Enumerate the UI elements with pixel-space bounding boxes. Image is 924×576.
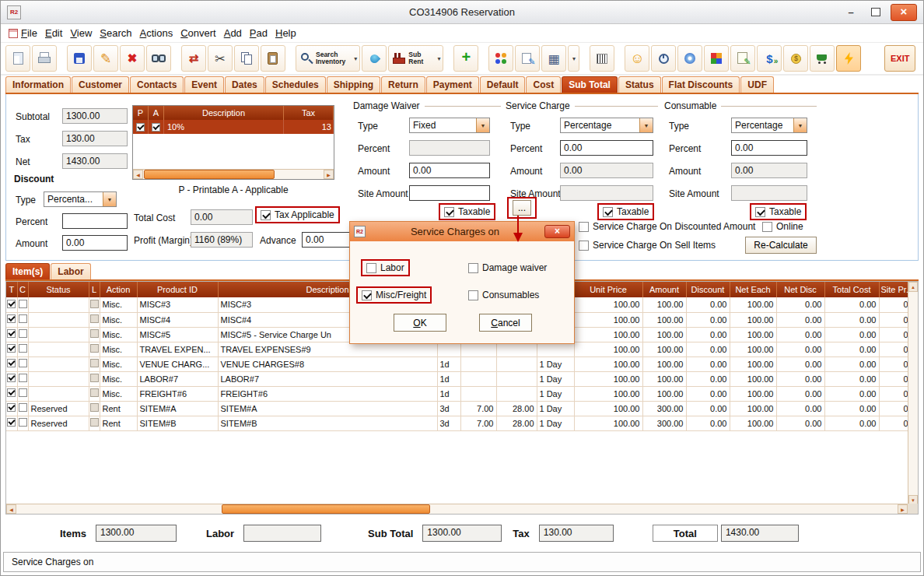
l-checkbox[interactable] (90, 344, 99, 353)
cut-button[interactable] (208, 45, 233, 72)
l-checkbox[interactable] (90, 314, 99, 323)
discount-type-dropdown[interactable]: Percenta... (44, 191, 117, 207)
dialog-checkbox-consumables[interactable]: Consumables (468, 290, 539, 300)
tab-item-s-[interactable]: Item(s) (5, 263, 50, 279)
tab-default[interactable]: Default (480, 76, 526, 93)
c-checkbox[interactable] (19, 359, 27, 367)
menu-file[interactable]: File (7, 26, 44, 40)
minimize-button[interactable] (841, 5, 861, 20)
scroll-left-icon[interactable] (6, 504, 16, 514)
grid-calc-button[interactable] (541, 45, 566, 72)
color-balls-button[interactable] (488, 45, 513, 72)
add-item-button[interactable] (453, 45, 478, 72)
t-checkbox[interactable] (7, 388, 16, 397)
hscroll-track[interactable] (16, 504, 898, 514)
online-option[interactable]: Online (762, 221, 803, 232)
titlebar[interactable]: CO314906 Reservation (1, 1, 923, 24)
menu-search[interactable]: Search (98, 26, 138, 40)
printable-checkbox[interactable] (136, 123, 145, 132)
dialog-checkbox-labor[interactable]: Labor (361, 259, 410, 276)
column-header[interactable]: Product ID (137, 282, 218, 297)
vscroll-track[interactable] (908, 292, 918, 495)
menu-help[interactable]: Help (274, 26, 303, 40)
tab-udf[interactable]: UDF (740, 76, 774, 93)
tab-sub-total[interactable]: Sub Total (562, 76, 618, 93)
scroll-right-icon[interactable] (898, 504, 908, 514)
save-button[interactable] (67, 45, 92, 72)
table-row[interactable]: ReservedRentSITEM#ASITEM#A3d7.0028.001 D… (6, 401, 911, 416)
column-header[interactable]: Net Disc (776, 282, 824, 297)
column-header[interactable]: Action (100, 282, 137, 297)
t-checkbox[interactable] (7, 403, 16, 412)
tab-shipping[interactable]: Shipping (327, 76, 380, 93)
sc-percent-field[interactable]: 0.00 (560, 140, 653, 156)
c-checkbox[interactable] (19, 388, 27, 397)
table-row[interactable]: ReservedRentSITEM#BSITEM#B3d7.0028.001 D… (6, 416, 911, 430)
column-header[interactable]: Net Each (730, 282, 776, 297)
table-row[interactable]: Misc.FREIGHT#6FREIGHT#61d1 Day100.00100.… (6, 386, 911, 401)
dw-taxable-checkbox[interactable] (444, 207, 454, 217)
edit-pencil-button[interactable] (93, 45, 118, 72)
tab-dates[interactable]: Dates (225, 76, 264, 93)
t-checkbox[interactable] (7, 374, 16, 382)
c-checkbox[interactable] (19, 374, 27, 382)
scroll-left-icon[interactable] (133, 170, 143, 179)
dropdown-caret-icon[interactable]: ▾ (572, 55, 576, 62)
search-inventory-button[interactable]: Search Inventory▾ (296, 45, 360, 72)
tab-event[interactable]: Event (184, 76, 224, 93)
tax-grid-col-a[interactable]: A (149, 106, 164, 120)
tax-grid-col-description[interactable]: Description (164, 106, 284, 120)
discount-percent-field[interactable] (62, 213, 128, 229)
column-header[interactable]: Amount (642, 282, 686, 297)
cart-items-button[interactable] (810, 45, 835, 72)
cs-percent-field[interactable]: 0.00 (731, 140, 807, 156)
barcode-report-button[interactable] (590, 45, 614, 72)
t-checkbox[interactable] (7, 359, 16, 367)
c-checkbox[interactable] (19, 418, 27, 427)
tax-grid-col-tax[interactable]: Tax (284, 106, 334, 120)
scroll-right-icon[interactable] (324, 170, 334, 179)
t-checkbox[interactable] (7, 329, 16, 338)
t-checkbox[interactable] (7, 314, 16, 323)
dialog-checkbox-misc-freight[interactable]: Misc/Freight (356, 286, 432, 304)
delete-button[interactable] (120, 45, 145, 72)
money-coins-button[interactable] (783, 45, 808, 72)
tab-information[interactable]: Information (5, 76, 71, 93)
dw-amount-field[interactable]: 0.00 (409, 163, 490, 178)
tab-schedules[interactable]: Schedules (265, 76, 326, 93)
copy-button[interactable] (234, 45, 259, 72)
exit-button[interactable]: EXIT (884, 45, 915, 72)
scroll-thumb[interactable] (144, 170, 275, 179)
chevron-down-icon[interactable] (793, 118, 807, 132)
dw-type-dropdown[interactable]: Fixed (409, 118, 490, 133)
checkbox-icon[interactable] (468, 290, 478, 300)
sc-taxable-checkbox[interactable] (603, 207, 613, 217)
notepad-edit-button[interactable] (730, 45, 755, 72)
tax-applicable-checkbox[interactable] (261, 210, 271, 220)
cs-taxable-checkbox[interactable] (755, 207, 765, 217)
sc-on-discounted-option[interactable]: Service Charge On Discounted Amount (579, 221, 755, 232)
edit-note-button[interactable] (515, 45, 540, 72)
tab-contacts[interactable]: Contacts (130, 76, 184, 93)
column-header[interactable]: Status (28, 282, 89, 297)
tab-payment[interactable]: Payment (426, 76, 479, 93)
column-header[interactable]: L (89, 282, 100, 297)
column-header[interactable]: T (6, 282, 17, 297)
checkbox-icon[interactable] (468, 263, 478, 273)
discount-amount-field[interactable]: 0.00 (62, 235, 128, 251)
tab-status[interactable]: Status (618, 76, 661, 93)
t-checkbox[interactable] (7, 344, 16, 353)
checkbox-icon[interactable] (366, 263, 376, 273)
l-checkbox[interactable] (90, 300, 99, 308)
dropdown-caret-icon[interactable]: ▾ (354, 55, 357, 62)
column-header[interactable]: Discount (686, 282, 730, 297)
c-checkbox[interactable] (19, 314, 27, 323)
chevron-down-icon[interactable] (103, 192, 116, 206)
scroll-up-icon[interactable] (908, 282, 918, 292)
column-header[interactable]: Unit Price (574, 282, 642, 297)
table-row[interactable]: Misc.VENUE CHARG...VENUE CHARGES#81d1 Da… (6, 356, 911, 371)
menu-actions[interactable]: Actions (138, 26, 180, 40)
vertical-scrollbar[interactable] (908, 282, 918, 505)
applicable-checkbox[interactable] (152, 123, 160, 132)
chevron-down-icon[interactable] (639, 118, 653, 132)
